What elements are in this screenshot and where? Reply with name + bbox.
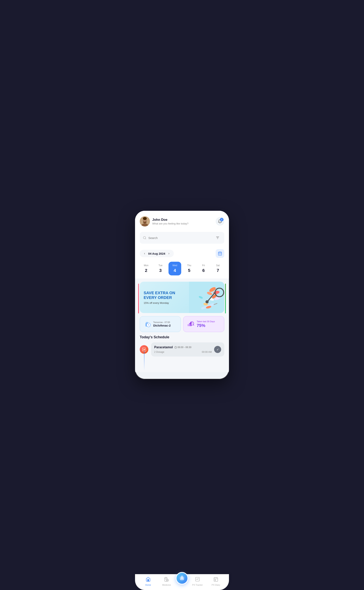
svg-rect-36 [146,322,148,322]
medicine-cards: Tomorrow - 07:00 Diclofenac-2 [135,316,229,335]
clock-icon [174,346,177,349]
notification-button[interactable]: 2 [216,217,224,226]
day-name-tue: Tue [158,264,162,267]
day-sat[interactable]: Sat 7 [212,262,224,275]
prev-month-button[interactable]: ‹ [143,251,146,256]
day-fri[interactable]: Fri 6 [197,262,210,275]
stats-icon [187,319,194,329]
header: John Doe What are you feeling like today… [135,211,229,230]
banner-title: SAVE EXTRA ONEVERY ORDER [144,291,185,300]
day-name-sat: Sat [216,264,220,267]
user-name: John Doe [152,218,188,222]
calendar-icon-button[interactable] [216,249,224,258]
day-num-mon: 2 [145,268,147,273]
day-name-wed: Wed [172,264,177,267]
banner-wrapper: SAVE EXTRA ONEVERY ORDER 15% off every M… [135,278,229,316]
next-medicine-name: Diclofenac-2 [153,324,171,327]
day-tue[interactable]: Tue 3 [154,262,167,275]
svg-line-10 [145,239,146,239]
search-input[interactable] [148,236,212,239]
next-medicine-text: Tomorrow - 07:00 Diclofenac-2 [153,321,171,327]
day-name-thu: Thu [187,264,191,267]
taken-label: Taken last 30 Days [197,320,215,323]
day-wed[interactable]: Wed 4 [169,262,181,275]
svg-point-28 [206,300,209,303]
medicine-bottle-icon [143,319,151,329]
current-date: 04 Aug 2024 [147,252,166,255]
banner-text: SAVE EXTRA ONEVERY ORDER 15% off every M… [140,286,189,309]
time-range: 06:00 - 06:30 [177,346,191,349]
svg-rect-41 [189,323,190,326]
search-bar [140,232,224,244]
calendar-nav-left: ‹ 04 Aug 2024 › [140,250,174,257]
taken-stats-card[interactable]: Taken last 30 Days 75% [183,316,224,332]
taken-value: 75% [197,323,215,328]
next-medicine-card[interactable]: Tomorrow - 07:00 Diclofenac-2 [140,316,181,332]
svg-point-8 [143,218,146,220]
svg-rect-40 [188,324,189,326]
schedule-check[interactable]: ✓ [214,346,221,353]
header-left: John Doe What are you feeling like today… [140,216,188,226]
day-num-tue: 3 [159,268,162,273]
schedule-item: Paracetamol 06:00 - 06:30 2 Dosage 00:00… [140,342,224,357]
screen: John Doe What are you feeling like today… [135,211,229,372]
day-num-sat: 7 [217,268,219,273]
phone-frame: John Doe What are you feeling like today… [135,211,229,379]
day-num-thu: 5 [188,268,190,273]
notification-badge: 2 [220,218,223,221]
header-text: John Doe What are you feeling like today… [152,218,188,225]
promo-banner[interactable]: SAVE EXTRA ONEVERY ORDER 15% off every M… [140,282,224,313]
schedule-section: Today's Schedule Paracetamol [135,335,229,357]
day-name-mon: Mon [144,264,148,267]
right-accent [225,284,226,313]
left-accent [138,284,139,313]
search-container [135,230,229,246]
time-label: 00:00 AM [202,351,212,353]
banner-image [189,282,224,313]
schedule-title: Today's Schedule [140,335,224,339]
calendar-icon [218,251,222,256]
avatar [140,216,150,226]
day-name-fri: Fri [202,264,205,267]
day-num-wed: 4 [174,268,176,273]
taken-stats-text: Taken last 30 Days 75% [197,320,215,328]
schedule-card[interactable]: Paracetamol 06:00 - 06:30 2 Dosage 00:00… [151,342,224,357]
schedule-line [144,351,144,371]
filter-icon [216,236,220,240]
dosage: 2 Dosage [154,351,164,353]
schedule-card-info: Paracetamol 06:00 - 06:30 2 Dosage 00:00… [154,345,212,353]
filter-button[interactable] [214,234,221,241]
next-month-button[interactable]: › [167,251,170,256]
day-num-fri: 6 [202,268,205,273]
banner-subtitle: 15% off every Monday [144,301,185,305]
search-icon [143,236,146,239]
day-mon[interactable]: Mon 2 [140,262,152,275]
svg-rect-14 [218,252,222,255]
day-strip: Mon 2 Tue 3 Wed 4 Thu 5 Fri 6 Sat 7 [135,259,229,278]
medicine-illustration [189,282,224,313]
svg-point-18 [220,254,220,255]
next-medicine-label: Tomorrow - 07:00 [153,321,171,323]
svg-line-44 [193,325,194,325]
calendar-nav: ‹ 04 Aug 2024 › [135,246,229,259]
day-thu[interactable]: Thu 5 [183,262,195,275]
user-subtitle: What are you feeling like today? [152,222,188,225]
medicine-name: Paracetamol [154,345,173,349]
